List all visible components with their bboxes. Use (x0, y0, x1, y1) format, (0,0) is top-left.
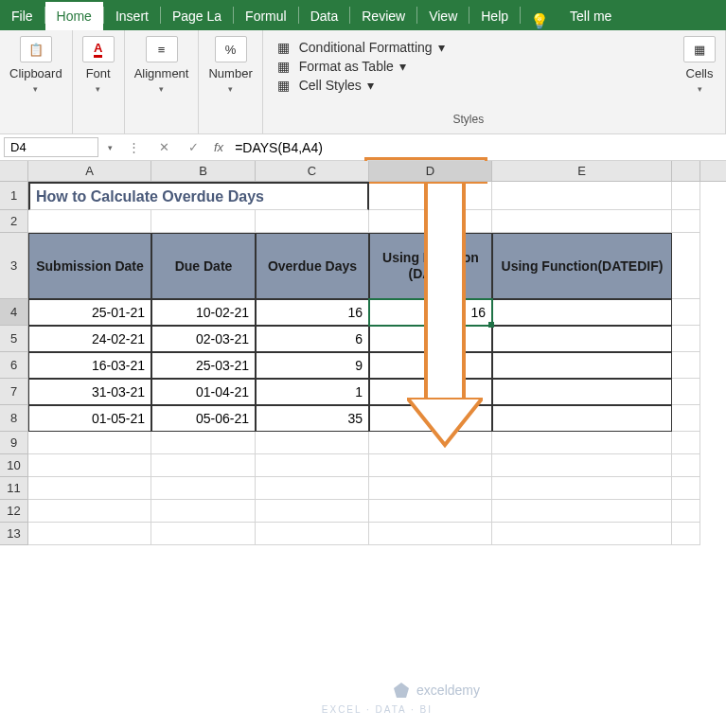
cell[interactable] (492, 432, 672, 454)
row-header[interactable]: 5 (0, 326, 28, 352)
row-header[interactable]: 12 (0, 500, 28, 523)
cells-button[interactable]: ▦ Cells ▾ (683, 36, 716, 94)
col-header-f[interactable] (672, 161, 700, 181)
cell[interactable] (256, 454, 369, 477)
row-header[interactable]: 7 (0, 379, 28, 405)
cell[interactable] (256, 477, 369, 500)
cell[interactable] (28, 500, 151, 523)
cell-using-days[interactable] (369, 405, 492, 432)
cell[interactable] (28, 454, 151, 477)
row-header-2[interactable]: 2 (0, 210, 28, 233)
cell[interactable] (672, 210, 700, 233)
cell-using-days[interactable]: 16 (369, 299, 492, 326)
cell[interactable] (672, 326, 700, 352)
cell[interactable] (492, 210, 672, 233)
cell[interactable] (369, 523, 492, 545)
tab-insert[interactable]: Insert (104, 2, 160, 30)
cell[interactable] (672, 352, 700, 379)
col-header-a[interactable]: A (28, 161, 151, 181)
cell[interactable] (672, 477, 700, 500)
tab-file[interactable]: File (0, 2, 44, 30)
cell[interactable] (369, 432, 492, 454)
cell[interactable] (492, 523, 672, 545)
cell-using-datedif[interactable] (492, 379, 672, 405)
row-header[interactable]: 11 (0, 477, 28, 500)
cell-submission-date[interactable]: 25-01-21 (28, 299, 151, 326)
clipboard-button[interactable]: 📋 Clipboard ▾ (9, 36, 62, 94)
tab-home[interactable]: Home (45, 2, 103, 30)
row-header[interactable]: 10 (0, 454, 28, 477)
cell[interactable] (492, 182, 672, 210)
cell[interactable] (369, 500, 492, 523)
cell-due-date[interactable]: 10-02-21 (151, 299, 256, 326)
row-header-3[interactable]: 3 (0, 233, 28, 299)
cell[interactable] (492, 500, 672, 523)
cell[interactable] (369, 182, 492, 210)
cell-using-days[interactable] (369, 379, 492, 405)
cell[interactable] (28, 210, 151, 233)
col-header-c[interactable]: C (256, 161, 369, 181)
cell-due-date[interactable]: 01-04-21 (151, 379, 256, 405)
cell[interactable] (28, 432, 151, 454)
row-header[interactable]: 8 (0, 405, 28, 432)
cell-styles-button[interactable]: ▦ Cell Styles ▾ (274, 76, 663, 95)
cancel-button[interactable]: ✕ (150, 140, 179, 154)
cell-using-datedif[interactable] (492, 326, 672, 352)
cell-submission-date[interactable]: 24-02-21 (28, 326, 151, 352)
alignment-button[interactable]: ≡ Alignment ▾ (134, 36, 189, 94)
cell[interactable] (672, 523, 700, 545)
col-header-b[interactable]: B (151, 161, 256, 181)
cell[interactable] (151, 454, 256, 477)
number-button[interactable]: % Number ▾ (208, 36, 252, 94)
format-as-table-button[interactable]: ▦ Format as Table ▾ (274, 57, 663, 76)
font-button[interactable]: A Font ▾ (82, 36, 115, 94)
cell[interactable] (256, 210, 369, 233)
cell[interactable] (151, 477, 256, 500)
fx-dots[interactable]: ⋮ (118, 140, 150, 154)
tab-data[interactable]: Data (299, 2, 350, 30)
cell-due-date[interactable]: 05-06-21 (151, 405, 256, 432)
cell[interactable] (256, 432, 369, 454)
cell-overdue-days[interactable]: 6 (256, 326, 369, 352)
cell-submission-date[interactable]: 01-05-21 (28, 405, 151, 432)
cell[interactable] (151, 210, 256, 233)
tab-help[interactable]: Help (469, 2, 520, 30)
conditional-formatting-button[interactable]: ▦ Conditional Formatting ▾ (274, 38, 663, 57)
cell[interactable] (369, 210, 492, 233)
row-header[interactable]: 6 (0, 352, 28, 379)
cell[interactable] (151, 432, 256, 454)
title-cell[interactable]: How to Calculate Overdue Days (28, 182, 369, 210)
cell[interactable] (672, 233, 700, 299)
cell[interactable] (672, 405, 700, 432)
cell-overdue-days[interactable]: 9 (256, 352, 369, 379)
cell[interactable] (256, 523, 369, 545)
cell-overdue-days[interactable]: 1 (256, 379, 369, 405)
cell[interactable] (369, 477, 492, 500)
lightbulb-icon[interactable]: 💡 (521, 12, 558, 30)
header-using-days[interactable]: Using Function (DAYS) (369, 233, 492, 299)
header-submission-date[interactable]: Submission Date (28, 233, 151, 299)
cell[interactable] (256, 500, 369, 523)
cell[interactable] (369, 454, 492, 477)
tab-review[interactable]: Review (350, 2, 416, 30)
cell[interactable] (151, 523, 256, 545)
cell-submission-date[interactable]: 16-03-21 (28, 352, 151, 379)
row-header[interactable]: 13 (0, 523, 28, 545)
cell-overdue-days[interactable]: 35 (256, 405, 369, 432)
tab-page-layout[interactable]: Page La (161, 2, 233, 30)
cell-using-datedif[interactable] (492, 299, 672, 326)
cell-due-date[interactable]: 25-03-21 (151, 352, 256, 379)
enter-button[interactable]: ✓ (179, 140, 208, 154)
cell-using-datedif[interactable] (492, 405, 672, 432)
row-header-1[interactable]: 1 (0, 182, 28, 210)
cell[interactable] (672, 182, 700, 210)
header-overdue-days[interactable]: Overdue Days (256, 233, 369, 299)
cell[interactable] (151, 500, 256, 523)
col-header-e[interactable]: E (492, 161, 672, 181)
name-box[interactable] (4, 137, 98, 157)
cell-using-datedif[interactable] (492, 352, 672, 379)
header-due-date[interactable]: Due Date (151, 233, 256, 299)
cell[interactable] (672, 432, 700, 454)
fx-icon[interactable]: fx (208, 140, 229, 154)
cell[interactable] (492, 477, 672, 500)
